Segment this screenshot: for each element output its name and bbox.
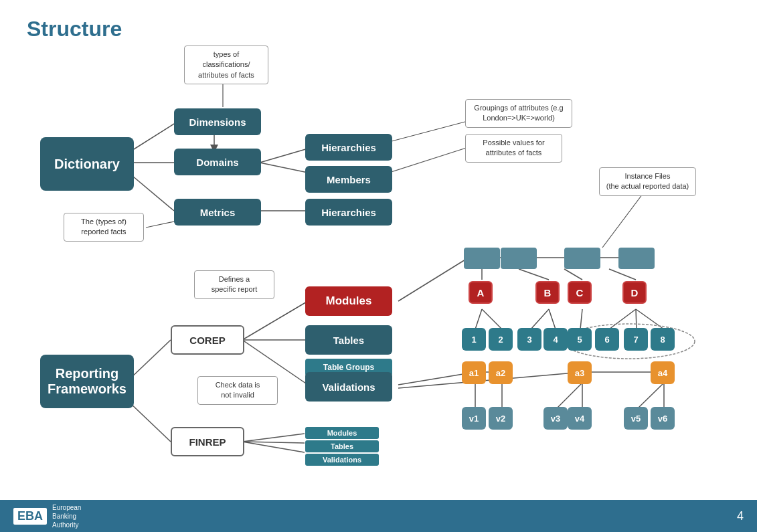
svg-line-23 — [564, 269, 582, 280]
teal-block-3 — [564, 248, 600, 269]
svg-line-17 — [242, 442, 305, 443]
callout-possible-text: Possible values for attributes of facts — [483, 139, 544, 157]
node-v4: v4 — [568, 407, 592, 430]
node-v5: v5 — [624, 407, 648, 430]
node-v3-label: v3 — [551, 414, 560, 424]
callout-reported-text: The (types of) reported facts — [81, 217, 127, 236]
node-a1: a1 — [462, 361, 486, 384]
node-4-label: 4 — [553, 335, 558, 345]
node-v1-label: v1 — [469, 414, 479, 424]
teal-block-2 — [501, 248, 537, 269]
svg-line-45 — [602, 194, 643, 248]
modules-node: Modules — [305, 286, 392, 316]
node-3: 3 — [517, 328, 541, 351]
dictionary-label: Dictionary — [54, 157, 120, 172]
svg-line-43 — [637, 383, 664, 410]
dimensions-node: Dimensions — [174, 108, 261, 135]
node-v5-label: v5 — [631, 414, 641, 424]
members-label: Members — [327, 174, 371, 185]
node-v1: v1 — [462, 407, 486, 430]
footer-logo: EBA European Banking Authority — [13, 503, 81, 529]
tables-label: Tables — [333, 335, 364, 346]
node-B: B — [535, 281, 560, 304]
svg-line-29 — [531, 309, 549, 329]
node-3-label: 3 — [527, 335, 531, 345]
svg-line-9 — [385, 146, 473, 174]
svg-line-11 — [129, 340, 171, 380]
validations-node: Validations — [305, 372, 392, 402]
node-D: D — [622, 281, 647, 304]
domains-node: Domains — [174, 149, 261, 175]
node-v3: v3 — [543, 407, 568, 430]
node-D-label: D — [631, 287, 639, 298]
node-a3-label: a3 — [575, 368, 584, 378]
callout-check-data: Check data is not invalid — [197, 376, 278, 405]
finrep-node: FINREP — [171, 427, 244, 456]
svg-line-13 — [242, 301, 308, 340]
teal-block-1 — [464, 248, 500, 269]
hierarchies1-label: Hierarchies — [321, 142, 376, 153]
reporting-frameworks-label: Reporting Frameworks — [48, 366, 127, 397]
dimensions-label: Dimensions — [189, 116, 246, 128]
node-C-label: C — [576, 287, 584, 298]
callout-groupings-text: Groupings of attributes (e.g London=>UK=… — [474, 104, 563, 122]
svg-line-27 — [475, 309, 482, 329]
svg-line-22 — [519, 269, 549, 280]
node-v6-label: v6 — [658, 414, 667, 424]
callout-check-text: Check data is not invalid — [216, 381, 260, 399]
node-a1-label: a1 — [469, 368, 479, 378]
node-B-label: B — [544, 287, 552, 298]
node-a4: a4 — [651, 361, 675, 384]
callout-instance-files: Instance Files (the actual reported data… — [599, 167, 696, 196]
callout-groupings: Groupings of attributes (e.g London=>UK=… — [465, 99, 572, 128]
finrep-tables: Tables — [305, 440, 379, 452]
footer-page-number: 4 — [737, 509, 744, 523]
dictionary-node: Dictionary — [40, 137, 134, 191]
corep-node: COREP — [171, 325, 244, 355]
hierarchies1-node: Hierarchies — [305, 134, 392, 161]
node-6-label: 6 — [604, 335, 609, 345]
node-5-label: 5 — [577, 335, 582, 345]
node-2-label: 2 — [498, 335, 503, 345]
svg-line-16 — [242, 434, 305, 442]
svg-line-8 — [382, 119, 475, 144]
svg-line-41 — [556, 383, 582, 410]
node-C: C — [568, 281, 592, 304]
node-v2: v2 — [489, 407, 513, 430]
node-A-label: A — [477, 287, 485, 298]
domains-label: Domains — [196, 157, 238, 168]
node-v2-label: v2 — [496, 414, 505, 424]
callout-possible-values: Possible values for attributes of facts — [465, 134, 562, 163]
eba-logo-box: EBA — [13, 508, 47, 525]
svg-line-4 — [260, 149, 308, 163]
table-groups-label: Table Groups — [323, 363, 374, 372]
svg-line-31 — [580, 309, 582, 329]
node-a2-label: a2 — [496, 368, 505, 378]
svg-line-30 — [549, 309, 556, 329]
finrep-stack: Modules Tables Validations — [305, 427, 379, 466]
footer-org-text: European Banking Authority — [52, 503, 81, 529]
tables-node: Tables — [305, 325, 392, 355]
corep-label: COREP — [189, 335, 225, 346]
node-a3: a3 — [568, 361, 592, 384]
metrics-node: Metrics — [174, 199, 261, 226]
callout-instance-text: Instance Files (the actual reported data… — [606, 172, 689, 190]
footer: EBA European Banking Authority 4 — [0, 500, 757, 532]
teal-block-4 — [618, 248, 655, 269]
callout-reported-facts: The (types of) reported facts — [64, 213, 144, 242]
metrics-label: Metrics — [200, 207, 236, 218]
node-5: 5 — [568, 328, 592, 351]
node-A: A — [469, 281, 493, 304]
svg-line-5 — [260, 163, 308, 173]
node-6: 6 — [595, 328, 619, 351]
svg-line-33 — [636, 309, 637, 329]
svg-line-0 — [129, 124, 174, 153]
node-8-label: 8 — [660, 335, 665, 345]
node-a2: a2 — [489, 361, 513, 384]
node-1: 1 — [462, 328, 486, 351]
node-1-label: 1 — [471, 335, 476, 345]
finrep-label: FINREP — [189, 436, 226, 448]
hierarchies2-label: Hierarchies — [321, 207, 376, 218]
node-7: 7 — [624, 328, 648, 351]
node-v4-label: v4 — [575, 414, 584, 424]
